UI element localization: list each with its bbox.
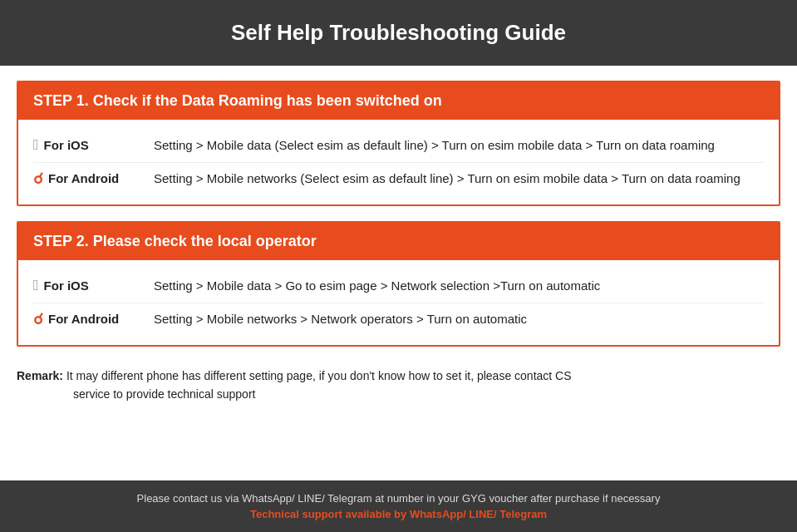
android-icon-2: ☌	[33, 310, 43, 328]
remark-text: It may different phone has different set…	[66, 369, 572, 382]
step1-block: STEP 1. Check if the Data Roaming has be…	[17, 81, 780, 206]
remark-label: Remark:	[17, 369, 63, 382]
step1-ios-description: Setting > Mobile data (Select esim as de…	[154, 136, 764, 155]
page-title: Self Help Troubleshooting Guide	[231, 20, 566, 45]
remark-block: Remark: It may different phone has diffe…	[17, 362, 780, 411]
step2-header-text: STEP 2. Please check the local operator	[33, 233, 317, 249]
step1-android-row: ☌ For Android Setting > Mobile networks …	[33, 162, 764, 195]
step2-ios-label:  For iOS	[33, 277, 154, 294]
android-icon: ☌	[33, 170, 43, 188]
step1-ios-label:  For iOS	[33, 136, 154, 154]
step1-header: STEP 1. Check if the Data Roaming has be…	[18, 82, 779, 120]
apple-icon: 	[33, 136, 39, 154]
footer-main-text: Please contact us via WhatsApp/ LINE/ Te…	[17, 492, 780, 505]
step1-ios-row:  For iOS Setting > Mobile data (Select …	[33, 130, 764, 162]
main-content: STEP 1. Check if the Data Roaming has be…	[0, 66, 797, 480]
footer: Please contact us via WhatsApp/ LINE/ Te…	[0, 480, 797, 532]
step2-android-row: ☌ For Android Setting > Mobile networks …	[33, 303, 764, 336]
step2-header: STEP 2. Please check the local operator	[18, 223, 779, 260]
step2-android-label: ☌ For Android	[33, 310, 154, 328]
step2-ios-row:  For iOS Setting > Mobile data > Go to …	[33, 270, 764, 303]
step2-block: STEP 2. Please check the local operator …	[17, 221, 780, 347]
step1-android-description: Setting > Mobile networks (Select esim a…	[154, 170, 764, 189]
apple-icon-2: 	[33, 277, 39, 294]
step1-header-text: STEP 1. Check if the Data Roaming has be…	[33, 92, 442, 109]
step2-body:  For iOS Setting > Mobile data > Go to …	[18, 260, 779, 345]
step1-body:  For iOS Setting > Mobile data (Select …	[18, 120, 779, 204]
remark-text-line2: service to provide technical support	[17, 385, 780, 403]
step1-android-label: ☌ For Android	[33, 170, 154, 188]
footer-support-text: Technical support available by WhatsApp/…	[17, 508, 780, 520]
page-header: Self Help Troubleshooting Guide	[0, 0, 797, 66]
step2-android-description: Setting > Mobile networks > Network oper…	[154, 310, 764, 329]
step2-ios-description: Setting > Mobile data > Go to esim page …	[154, 277, 764, 296]
